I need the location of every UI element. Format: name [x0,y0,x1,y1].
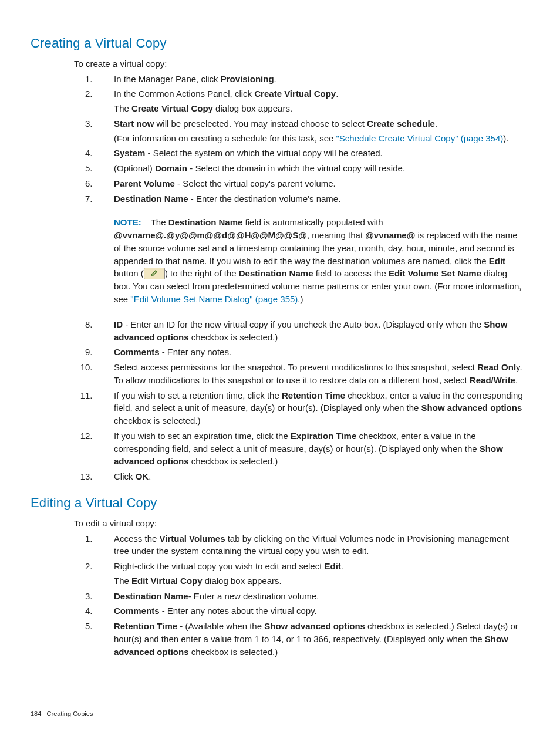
step-3: Start now will be preselected. You may i… [100,117,526,145]
step-5: (Optional) Domain - Select the domain in… [100,162,526,175]
pencil-icon [144,268,165,279]
step-13: Click OK. [100,470,526,483]
step-10: Select access permissions for the snapsh… [100,361,526,387]
section-creating-virtual-copy: Creating a Virtual Copy To create a virt… [31,34,526,483]
step-1: In the Manager Pane, click Provisioning. [100,73,526,86]
step-1: Access the Virtual Volumes tab by clicki… [100,532,526,558]
steps-list: Access the Virtual Volumes tab by clicki… [74,532,526,659]
step-5: Retention Time - (Available when the Sho… [100,620,526,658]
step-7: Destination Name - Enter the destination… [100,193,526,312]
note-label: NOTE: [114,217,141,227]
heading-creating-virtual-copy: Creating a Virtual Copy [31,34,526,53]
step-12: If you wish to set an expiration time, c… [100,430,526,468]
link-schedule-create[interactable]: "Schedule Create Virtual Copy" (page 354… [336,133,504,143]
step-2: Right-click the virtual copy you wish to… [100,560,526,588]
step-2: In the Common Actions Panel, click Creat… [100,87,526,115]
step-4: System - Select the system on which the … [100,147,526,160]
intro-text: To edit a virtual copy: [74,517,526,530]
section-editing-virtual-copy: Editing a Virtual Copy To edit a virtual… [31,494,526,658]
step-8: ID - Enter an ID for the new virtual cop… [100,318,526,344]
step-4: Comments - Enter any notes about the vir… [100,605,526,617]
step-11: If you wish to set a retention time, cli… [100,389,526,427]
link-edit-volume-set-name[interactable]: "Edit Volume Set Name Dialog" (page 355) [130,294,298,304]
step-3: Destination Name- Enter a new destinatio… [100,590,526,603]
intro-text: To create a virtual copy: [74,58,526,70]
note-box: NOTE:The Destination Name field is autom… [114,211,526,312]
heading-editing-virtual-copy: Editing a Virtual Copy [31,494,526,512]
step-9: Comments - Enter any notes. [100,346,526,359]
steps-list: In the Manager Pane, click Provisioning.… [74,73,526,483]
step-6: Parent Volume - Select the virtual copy'… [100,177,526,190]
